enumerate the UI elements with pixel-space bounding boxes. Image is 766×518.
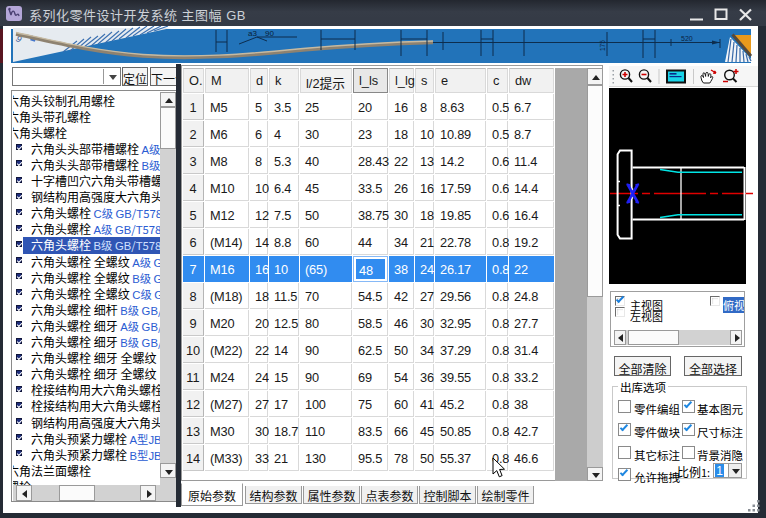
svg-text:175: 175 bbox=[599, 40, 606, 51]
svg-text:520: 520 bbox=[681, 35, 693, 42]
svg-text:90: 90 bbox=[265, 29, 274, 38]
svg-text:a3: a3 bbox=[248, 29, 257, 38]
